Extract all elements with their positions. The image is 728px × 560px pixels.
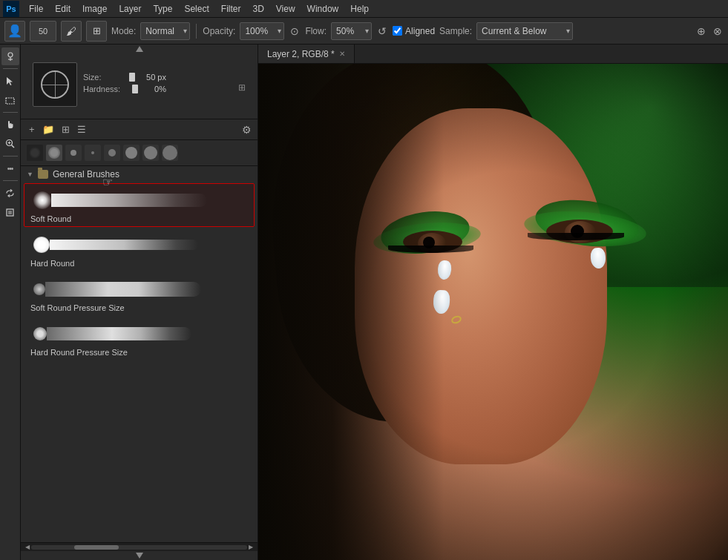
brush-preview-row: Size: 50 px Hardness: bbox=[33, 62, 166, 107]
menu-edit[interactable]: Edit bbox=[50, 2, 76, 16]
app-logo: Ps bbox=[3, 1, 19, 17]
panel-resize-handle[interactable] bbox=[21, 45, 258, 53]
tool-rotate[interactable] bbox=[1, 184, 19, 202]
brush-name-srp: Soft Round Pressure Size bbox=[30, 303, 248, 312]
menu-window[interactable]: Window bbox=[302, 2, 344, 16]
size-slider-row: Size: 50 px bbox=[83, 73, 166, 82]
tool-clone-stamp[interactable] bbox=[1, 47, 19, 65]
brush-size-display[interactable]: 50 bbox=[30, 21, 56, 42]
opacity-dropdown[interactable]: 100% bbox=[240, 22, 284, 40]
brush-settings-gear[interactable]: ⚙ bbox=[242, 124, 252, 136]
brush-list-area: ▼ General Brushes Soft Round ☞ bbox=[21, 166, 258, 542]
tool-hand[interactable] bbox=[1, 116, 19, 134]
hardness-label: Hardness: bbox=[83, 85, 128, 93]
toolbar-sep-3 bbox=[3, 156, 18, 157]
brush-name-hard-round: Hard Round bbox=[30, 259, 248, 268]
left-toolbar: ••• bbox=[0, 45, 21, 560]
swatch-xlarge-circle[interactable] bbox=[142, 145, 159, 161]
hardness-slider-thumb[interactable] bbox=[132, 85, 138, 93]
sample-dropdown[interactable]: Current & Below bbox=[476, 22, 573, 40]
brush-preset-icon[interactable]: 🖌 bbox=[61, 21, 82, 42]
brush-list-icon[interactable]: ☰ bbox=[75, 122, 88, 136]
smoothing-icon[interactable]: ↺ bbox=[376, 24, 388, 39]
sample-label: Sample: bbox=[439, 26, 472, 36]
menu-help[interactable]: Help bbox=[345, 2, 374, 16]
tool-square[interactable] bbox=[1, 203, 19, 221]
srp-dot bbox=[33, 283, 45, 295]
brush-folder-icon[interactable]: 📁 bbox=[40, 122, 56, 136]
end-icons: ⊕ ⊗ bbox=[695, 24, 724, 39]
group-name: General Brushes bbox=[53, 169, 119, 179]
size-slider-thumb[interactable] bbox=[129, 73, 135, 82]
brush-panel: Size: 50 px Hardness: bbox=[21, 45, 258, 560]
toolbar-sep-2 bbox=[3, 112, 18, 113]
airbrush-icon[interactable]: ⊙ bbox=[289, 24, 301, 39]
hard-round-dot bbox=[33, 237, 50, 253]
brush-soft-round-preview bbox=[30, 187, 248, 214]
swatch-dark-circle[interactable] bbox=[46, 145, 62, 161]
canvas-tab-active[interactable]: Layer 2, RGB/8 * ✕ bbox=[258, 45, 355, 63]
pressure-icon[interactable]: ⊗ bbox=[712, 24, 724, 39]
brush-grid-icon[interactable]: ⊞ bbox=[59, 122, 72, 136]
brush-item-hard-round-pressure[interactable]: Hard Round Pressure Size bbox=[24, 317, 255, 360]
menu-select[interactable]: Select bbox=[179, 2, 214, 16]
swatch-small-dot[interactable] bbox=[65, 145, 82, 161]
swatch-black[interactable] bbox=[27, 145, 43, 161]
tool-rectangle-select[interactable] bbox=[1, 91, 19, 109]
sample-dropdown-wrap: Current & Below bbox=[476, 22, 573, 40]
menu-filter[interactable]: Filter bbox=[216, 2, 246, 16]
hair-left-shadow bbox=[258, 64, 444, 560]
lashes-left bbox=[388, 246, 473, 253]
brush-hard-round-preview bbox=[30, 231, 248, 258]
menu-type[interactable]: Type bbox=[148, 2, 177, 16]
scrollbar-track bbox=[31, 545, 247, 550]
hard-round-stroke bbox=[50, 240, 198, 250]
menu-image[interactable]: Image bbox=[77, 2, 112, 16]
group-chevron-icon: ▼ bbox=[27, 171, 33, 178]
menu-3d[interactable]: 3D bbox=[247, 2, 269, 16]
sample-all-layers-icon[interactable]: ⊕ bbox=[695, 24, 707, 39]
panel-collapse-arrow[interactable] bbox=[136, 46, 143, 52]
menu-file[interactable]: File bbox=[24, 2, 48, 16]
swatch-medium-circle[interactable] bbox=[104, 145, 120, 161]
brush-item-soft-round-pressure[interactable]: Soft Round Pressure Size bbox=[24, 272, 255, 316]
swatch-tiny-dot[interactable] bbox=[85, 145, 101, 161]
hardness-slider-row: Hardness: 0% bbox=[83, 85, 166, 93]
brush-item-hard-round[interactable]: Hard Round bbox=[24, 228, 255, 271]
brush-settings-expand[interactable]: ⊞ bbox=[238, 82, 246, 93]
tool-zoom[interactable] bbox=[1, 135, 19, 153]
mode-dropdown[interactable]: Normal bbox=[140, 22, 190, 40]
brush-swatches bbox=[21, 140, 258, 166]
brush-name-hrp: Hard Round Pressure Size bbox=[30, 348, 248, 357]
menu-view[interactable]: View bbox=[271, 2, 301, 16]
size-label: Size: bbox=[83, 73, 128, 82]
flow-dropdown[interactable]: 50% bbox=[331, 22, 372, 40]
panel-bottom-arrow[interactable] bbox=[21, 551, 258, 560]
opacity-label: Opacity: bbox=[203, 26, 235, 36]
size-value: 50 px bbox=[137, 73, 166, 82]
scrollbar-thumb[interactable] bbox=[74, 545, 119, 550]
options-bar: 👤 50 🖌 ⊞ Mode: Normal Opacity: 100% ⊙ Fl… bbox=[0, 18, 728, 45]
aligned-checkbox[interactable] bbox=[393, 26, 402, 36]
user-icon-btn[interactable]: 👤 bbox=[4, 21, 25, 42]
menu-layer[interactable]: Layer bbox=[114, 2, 146, 16]
brush-item-soft-round[interactable]: Soft Round ☞ bbox=[24, 183, 255, 227]
hrp-stroke bbox=[47, 327, 191, 340]
brush-preview-inner bbox=[41, 70, 69, 99]
flow-dropdown-wrap: 50% bbox=[331, 22, 372, 40]
canvas-viewport[interactable] bbox=[258, 64, 728, 560]
brush-create-icon[interactable]: + bbox=[27, 122, 37, 136]
panel-expand-arrow[interactable] bbox=[136, 553, 143, 559]
scroll-right-arrow[interactable]: ▶ bbox=[247, 544, 255, 550]
tool-selection[interactable] bbox=[1, 72, 19, 90]
toolbar-sep-4 bbox=[3, 180, 18, 181]
brush-settings-icon[interactable]: ⊞ bbox=[86, 21, 107, 42]
swatch-large-circle[interactable] bbox=[123, 145, 140, 161]
soft-round-dot bbox=[33, 191, 51, 209]
swatch-xxlarge-circle[interactable] bbox=[162, 145, 178, 161]
tool-more[interactable]: ••• bbox=[1, 159, 19, 177]
brush-group-header[interactable]: ▼ General Brushes bbox=[21, 166, 258, 182]
canvas-tab-close-btn[interactable]: ✕ bbox=[339, 50, 345, 58]
scroll-left-arrow[interactable]: ◀ bbox=[24, 544, 31, 550]
opacity-dropdown-wrap: 100% bbox=[240, 22, 284, 40]
